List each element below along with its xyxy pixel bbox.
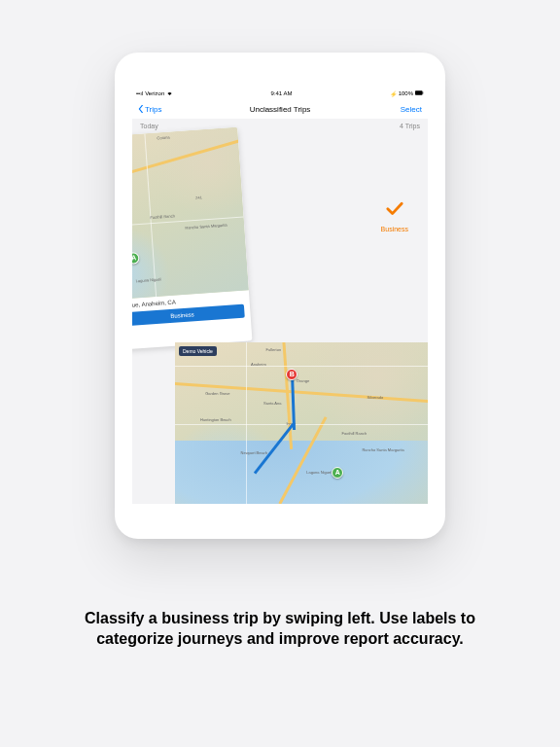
trip-map: Corona Irvine Foothill Ranch Rancho Sant… — [132, 127, 249, 302]
map-label: Silverado — [368, 395, 384, 400]
app-screen: ••ıl Verizon 9:41 AM ⚡ 100% Trips Unclas… — [132, 88, 428, 504]
select-button[interactable]: Select — [401, 105, 422, 114]
map-label: Corona — [157, 135, 169, 141]
vehicle-badge: Demo Vehicle — [179, 346, 217, 356]
map-label: Foothill Ranch — [150, 213, 175, 220]
section-count: 4 Trips — [400, 123, 420, 129]
carrier-label: Verizon — [145, 90, 164, 96]
back-button[interactable]: Trips — [138, 105, 161, 114]
map-label: Fullerton — [266, 347, 282, 352]
svg-rect-0 — [415, 90, 423, 95]
swipe-action-business[interactable]: Business — [381, 200, 408, 232]
status-time: 9:41 AM — [270, 90, 292, 96]
status-left: ••ıl Verizon — [136, 90, 173, 97]
back-label: Trips — [145, 105, 161, 114]
trip-card-next[interactable]: Demo Vehicle Fullerton Anaheim Orange Ga… — [175, 342, 428, 504]
section-date: Today — [140, 123, 158, 129]
wifi-icon — [166, 90, 173, 97]
ipad-frame: ••ıl Verizon 9:41 AM ⚡ 100% Trips Unclas… — [115, 53, 445, 539]
bluetooth-icon: ⚡ — [390, 90, 397, 97]
map-label: Rancho Santa Margarita — [185, 223, 228, 231]
nav-bar: Trips Unclassified Trips Select — [132, 99, 428, 119]
signal-icon: ••ıl — [136, 90, 143, 96]
page-title: Unclassified Trips — [132, 105, 428, 114]
marketing-caption: Classify a business trip by swiping left… — [0, 608, 560, 650]
trip-card-swiping[interactable]: Corona Irvine Foothill Ranch Rancho Sant… — [132, 127, 252, 352]
battery-icon — [415, 90, 424, 96]
map-label: Rancho Santa Margarita — [362, 447, 403, 452]
content-area[interactable]: Corona Irvine Foothill Ranch Rancho Sant… — [132, 132, 428, 504]
map-pin-a: A — [132, 252, 140, 265]
map-label: 241 — [195, 196, 202, 200]
map-label: Laguna Niguel — [306, 470, 332, 475]
map-label: Garden Grove — [205, 391, 229, 396]
svg-rect-1 — [423, 91, 424, 93]
map-label: Santa Ana — [263, 401, 281, 406]
map-label: Orange — [297, 378, 309, 383]
map-label: Foothill Ranch — [342, 431, 368, 436]
status-right: ⚡ 100% — [390, 90, 424, 97]
map-label: Huntington Beach — [200, 417, 231, 422]
battery-label: 100% — [399, 90, 413, 96]
checkmark-icon — [385, 200, 404, 216]
map-label: Anaheim — [251, 362, 266, 367]
map-label: Laguna Niguel — [136, 276, 161, 283]
map-pin-a: A — [332, 467, 343, 479]
swipe-action-label: Business — [381, 226, 408, 232]
status-bar: ••ıl Verizon 9:41 AM ⚡ 100% — [132, 88, 428, 99]
map-label: Newport Beach — [241, 450, 267, 455]
section-header: Today 4 Trips — [132, 119, 428, 132]
